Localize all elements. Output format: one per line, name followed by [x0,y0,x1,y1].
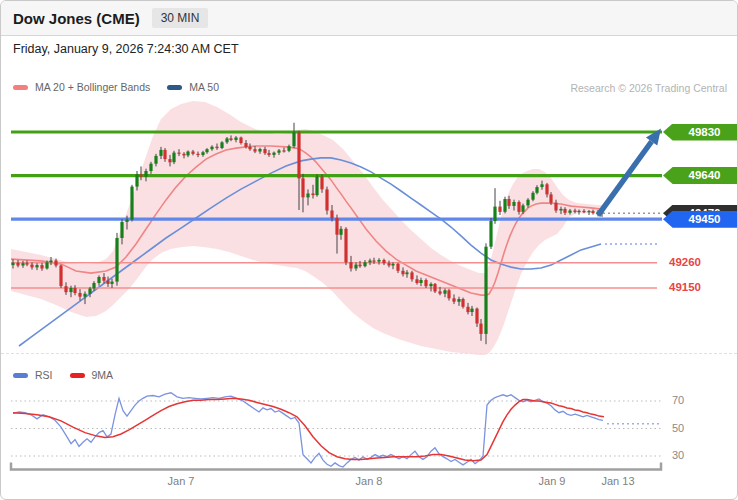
panel-divider [1,353,737,354]
timeframe-badge: 30 MIN [152,8,209,28]
x-axis-tick-label: Jan 13 [590,475,646,487]
price-legend: MA 20 + Bollinger Bands MA 50 [13,81,229,93]
rsi-grid-label: 50 [672,422,684,434]
rsi-label: RSI [35,369,53,381]
rsi-legend: RSI 9MA [13,369,123,381]
ma20-bollinger-label: MA 20 + Bollinger Bands [35,81,150,93]
chart-window: Dow Jones (CME) 30 MIN Friday, January 9… [0,0,738,500]
page-title: Dow Jones (CME) [13,10,140,27]
price-tag-green: 49830 [663,124,737,141]
x-axis-tick-label: Jan 9 [524,475,580,487]
ma20-bollinger-swatch-icon [13,85,28,90]
rsi-swatch-icon [13,373,28,378]
rsi-ma-label: 9MA [92,369,114,381]
support-price-label: 49260 [669,256,701,268]
x-axis-tick-label: Jan 7 [153,475,209,487]
price-tag-green: 49640 [663,167,737,184]
rsi-ma-swatch-icon [70,373,85,378]
price-rsi-chart [1,1,738,500]
timestamp: Friday, January 9, 2026 7:24:30 AM CET [13,42,239,56]
rsi-grid-label: 70 [672,394,684,406]
support-price-label: 49150 [669,281,701,293]
research-credit: Research © 2026 Trading Central [570,82,727,94]
ma50-swatch-icon [167,85,182,90]
header: Dow Jones (CME) 30 MIN [1,1,737,36]
ma50-label: MA 50 [189,81,219,93]
x-axis-tick-label: Jan 8 [341,475,397,487]
rsi-grid-label: 30 [672,449,684,461]
price-tag-blue: 49450 [663,211,737,228]
